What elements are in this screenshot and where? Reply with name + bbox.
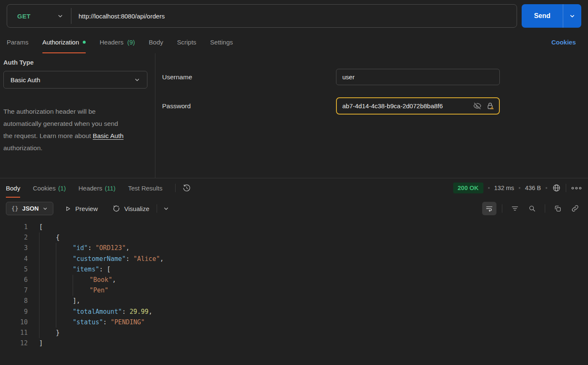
indent-guide xyxy=(73,285,89,296)
history-icon[interactable] xyxy=(182,184,191,193)
code-token: : xyxy=(103,317,110,328)
search-icon[interactable] xyxy=(525,202,539,215)
code-token: "Pen" xyxy=(89,285,108,296)
indent-guide xyxy=(56,296,73,306)
code-line: 12] xyxy=(0,338,588,349)
cookies-link[interactable]: Cookies xyxy=(551,39,576,46)
response-toolbar: {} JSON Preview Visualize xyxy=(0,198,588,219)
code-token: : xyxy=(99,264,107,275)
indent-guide xyxy=(39,232,56,243)
preview-button[interactable]: Preview xyxy=(64,205,97,212)
response-tab-body-label: Body xyxy=(6,185,20,192)
tab-scripts[interactable]: Scripts xyxy=(177,31,197,53)
status-badge[interactable]: 200 OK xyxy=(453,182,483,193)
tab-params-label: Params xyxy=(7,39,29,46)
url-input[interactable]: http://localhost:8080/api/orders xyxy=(71,5,517,27)
code-line: 1[ xyxy=(0,222,588,232)
lock-warning-icon[interactable] xyxy=(486,102,495,111)
line-number: 9 xyxy=(0,307,28,317)
code-line: 5"items": [ xyxy=(0,264,588,275)
chevron-down-icon xyxy=(57,13,63,19)
basic-auth-link[interactable]: Basic Auth xyxy=(93,132,123,139)
line-number: 5 xyxy=(0,264,28,275)
code-token: , xyxy=(126,243,129,253)
password-label: Password xyxy=(162,102,336,110)
auth-info-line2: automatically generated when you send xyxy=(3,117,147,130)
visualize-button[interactable]: Visualize xyxy=(112,204,150,213)
auth-info-line3-prefix: the request. Learn more about xyxy=(3,132,93,139)
auth-info-line4: authorization. xyxy=(3,142,147,154)
eye-off-icon[interactable] xyxy=(473,102,482,110)
line-number: 7 xyxy=(0,285,28,296)
username-input[interactable]: user xyxy=(336,69,500,85)
indent-guide xyxy=(39,264,56,275)
response-tab-test-results[interactable]: Test Results xyxy=(128,178,163,198)
url-bar: GET http://localhost:8080/api/orders xyxy=(7,4,517,28)
request-url-row: GET http://localhost:8080/api/orders Sen… xyxy=(0,0,588,31)
visualize-options-chevron-icon[interactable] xyxy=(163,206,169,212)
toolbar-divider xyxy=(157,204,157,213)
copy-icon[interactable] xyxy=(551,202,565,215)
method-selector[interactable]: GET xyxy=(7,5,71,27)
authorization-active-dot xyxy=(83,41,86,44)
tab-headers[interactable]: Headers (9) xyxy=(100,31,135,53)
response-tabs: Body Cookies (1) Headers (11) Test Resul… xyxy=(0,178,588,198)
code-token: "totalAmount" xyxy=(73,307,122,317)
response-tab-test-results-label: Test Results xyxy=(128,185,163,192)
filter-icon[interactable] xyxy=(508,202,522,215)
separator-dot xyxy=(519,187,520,189)
auth-info-line1: The authorization header will be xyxy=(3,105,147,117)
indent-guide xyxy=(39,328,56,338)
play-icon xyxy=(64,205,71,212)
response-tab-cookies[interactable]: Cookies (1) xyxy=(33,178,66,198)
chevron-down-icon xyxy=(134,77,140,83)
password-value: ab7-4d14-4c38-b9ca-2d072b8ba8f6 xyxy=(342,102,469,110)
response-size: 436 B xyxy=(525,185,541,191)
code-token: "status" xyxy=(73,317,103,328)
code-token: [ xyxy=(107,264,110,275)
code-line: 10"status": "PENDING" xyxy=(0,317,588,328)
response-body-code[interactable]: 1[2{3"id": "ORD123",4"customerName": "Al… xyxy=(0,219,588,365)
send-button-group: Send xyxy=(522,4,581,28)
globe-icon[interactable] xyxy=(552,183,561,193)
indent-guide xyxy=(56,307,73,317)
auth-type-select[interactable]: Basic Auth xyxy=(3,71,147,89)
line-number: 3 xyxy=(0,243,28,253)
response-tab-body[interactable]: Body xyxy=(6,178,20,198)
request-tabs: Params Authorization Headers (9) Body Sc… xyxy=(0,31,588,53)
send-options-button[interactable] xyxy=(563,4,581,28)
more-options-icon[interactable] xyxy=(571,186,582,190)
link-icon[interactable] xyxy=(568,202,582,215)
tab-authorization-label: Authorization xyxy=(42,39,79,46)
line-number: 1 xyxy=(0,222,28,232)
send-button[interactable]: Send xyxy=(522,4,563,28)
password-input[interactable]: ab7-4d14-4c38-b9ca-2d072b8ba8f6 xyxy=(336,97,500,115)
visualize-icon xyxy=(112,204,121,213)
tab-params[interactable]: Params xyxy=(7,31,29,53)
code-token: "items" xyxy=(73,264,99,275)
password-row: Password ab7-4d14-4c38-b9ca-2d072b8ba8f6 xyxy=(162,97,588,115)
indent-guide xyxy=(56,254,73,264)
format-select-button[interactable]: {} JSON xyxy=(6,202,53,215)
actions-divider xyxy=(502,204,502,213)
code-token: "ORD123" xyxy=(95,243,126,253)
code-token: , xyxy=(149,307,152,317)
format-label: JSON xyxy=(22,205,39,212)
status-divider xyxy=(566,184,566,192)
response-tab-headers[interactable]: Headers (11) xyxy=(79,178,116,198)
tab-authorization[interactable]: Authorization xyxy=(42,31,86,53)
tab-settings[interactable]: Settings xyxy=(210,31,233,53)
code-token: , xyxy=(160,254,164,264)
code-token: : xyxy=(122,307,129,317)
code-token: ] xyxy=(39,338,43,349)
indent-guide xyxy=(56,264,73,275)
tab-headers-label: Headers xyxy=(100,39,123,46)
preview-label: Preview xyxy=(75,205,97,212)
tab-body[interactable]: Body xyxy=(149,31,163,53)
auth-info-text: The authorization header will be automat… xyxy=(3,105,147,154)
code-token: } xyxy=(56,328,60,338)
line-number: 11 xyxy=(0,328,28,338)
indent-guide xyxy=(56,275,73,285)
code-token: { xyxy=(56,232,60,243)
wrap-text-icon[interactable] xyxy=(482,202,496,215)
